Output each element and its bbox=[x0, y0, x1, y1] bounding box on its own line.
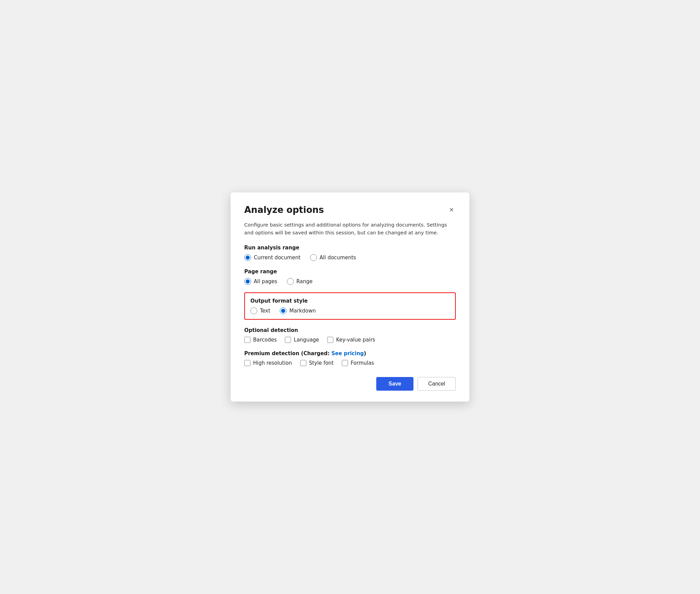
checkbox-barcodes-input[interactable] bbox=[244, 337, 250, 343]
page-range-group: All pages Range bbox=[244, 278, 456, 285]
radio-range-input[interactable] bbox=[287, 278, 294, 285]
premium-detection-section: Premium detection (Charged: See pricing)… bbox=[244, 350, 456, 366]
checkbox-style-font-input[interactable] bbox=[300, 360, 306, 366]
checkbox-high-resolution-input[interactable] bbox=[244, 360, 250, 366]
optional-detection-section: Optional detection Barcodes Language Key… bbox=[244, 327, 456, 343]
radio-markdown-input[interactable] bbox=[280, 307, 287, 314]
radio-all-pages-label: All pages bbox=[254, 278, 277, 285]
premium-detection-text: Premium detection (Charged: bbox=[244, 350, 331, 357]
checkbox-formulas-input[interactable] bbox=[342, 360, 348, 366]
checkbox-language-input[interactable] bbox=[285, 337, 291, 343]
checkbox-key-value-pairs-input[interactable] bbox=[327, 337, 333, 343]
run-analysis-range-label: Run analysis range bbox=[244, 245, 456, 251]
save-button[interactable]: Save bbox=[376, 377, 413, 391]
output-format-label: Output format style bbox=[250, 298, 450, 304]
optional-detection-label: Optional detection bbox=[244, 327, 456, 333]
dialog-footer: Save Cancel bbox=[244, 377, 456, 391]
radio-all-pages[interactable]: All pages bbox=[244, 278, 277, 285]
radio-current-document-input[interactable] bbox=[244, 254, 251, 261]
checkbox-language[interactable]: Language bbox=[285, 337, 319, 343]
radio-all-pages-input[interactable] bbox=[244, 278, 251, 285]
dialog-header: Analyze options × bbox=[244, 205, 456, 215]
premium-detection-label: Premium detection (Charged: See pricing) bbox=[244, 350, 456, 357]
radio-current-document-label: Current document bbox=[254, 255, 301, 261]
checkbox-key-value-pairs-label: Key-value pairs bbox=[336, 337, 375, 343]
checkbox-style-font[interactable]: Style font bbox=[300, 360, 334, 366]
output-format-group: Text Markdown bbox=[250, 307, 450, 314]
checkbox-high-resolution[interactable]: High resolution bbox=[244, 360, 292, 366]
checkbox-style-font-label: Style font bbox=[309, 360, 334, 366]
output-format-section: Output format style Text Markdown bbox=[244, 292, 456, 320]
radio-range-label: Range bbox=[296, 278, 313, 285]
checkbox-key-value-pairs[interactable]: Key-value pairs bbox=[327, 337, 375, 343]
run-analysis-range-group: Current document All documents bbox=[244, 254, 456, 261]
radio-current-document[interactable]: Current document bbox=[244, 254, 301, 261]
radio-text[interactable]: Text bbox=[250, 307, 270, 314]
radio-all-documents-label: All documents bbox=[320, 255, 356, 261]
see-pricing-link[interactable]: See pricing bbox=[331, 350, 364, 357]
radio-all-documents[interactable]: All documents bbox=[310, 254, 356, 261]
radio-text-label: Text bbox=[260, 308, 270, 314]
dialog-description: Configure basic settings and additional … bbox=[244, 221, 456, 236]
premium-detection-end: ) bbox=[364, 350, 366, 357]
page-range-section: Page range All pages Range bbox=[244, 269, 456, 285]
cancel-button[interactable]: Cancel bbox=[418, 377, 456, 391]
premium-detection-group: High resolution Style font Formulas bbox=[244, 360, 456, 366]
optional-detection-group: Barcodes Language Key-value pairs bbox=[244, 337, 456, 343]
radio-all-documents-input[interactable] bbox=[310, 254, 317, 261]
checkbox-formulas[interactable]: Formulas bbox=[342, 360, 374, 366]
dialog-title: Analyze options bbox=[244, 205, 324, 215]
close-button[interactable]: × bbox=[447, 205, 456, 215]
analyze-options-dialog: Analyze options × Configure basic settin… bbox=[231, 192, 469, 402]
run-analysis-range-section: Run analysis range Current document All … bbox=[244, 245, 456, 261]
page-range-label: Page range bbox=[244, 269, 456, 275]
radio-text-input[interactable] bbox=[250, 307, 257, 314]
checkbox-barcodes[interactable]: Barcodes bbox=[244, 337, 277, 343]
checkbox-language-label: Language bbox=[294, 337, 319, 343]
checkbox-barcodes-label: Barcodes bbox=[253, 337, 277, 343]
checkbox-formulas-label: Formulas bbox=[351, 360, 374, 366]
radio-range[interactable]: Range bbox=[287, 278, 313, 285]
radio-markdown[interactable]: Markdown bbox=[280, 307, 316, 314]
checkbox-high-resolution-label: High resolution bbox=[253, 360, 292, 366]
radio-markdown-label: Markdown bbox=[289, 308, 316, 314]
